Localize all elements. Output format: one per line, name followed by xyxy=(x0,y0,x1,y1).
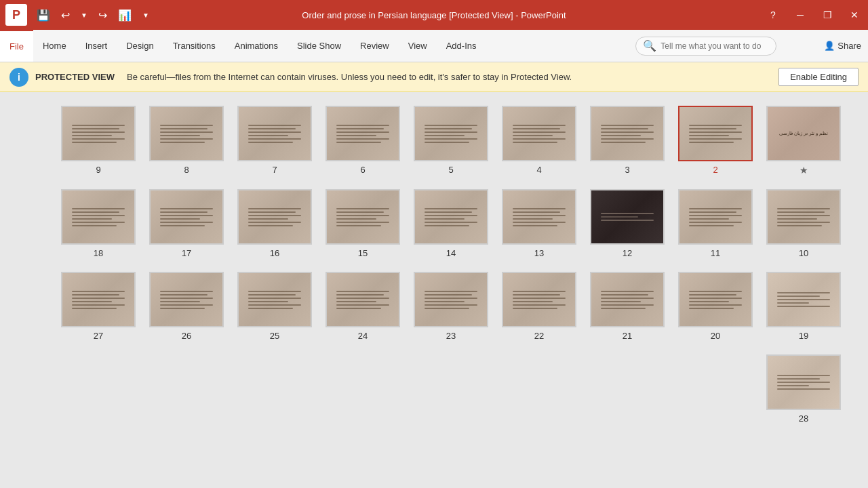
slide-thumbnail-28 xyxy=(766,354,841,410)
slide-thumbnail-2 xyxy=(678,106,753,161)
slide-thumbnail-15 xyxy=(326,189,400,245)
slide-number-21: 21 xyxy=(623,331,632,341)
slide-thumbnail-25 xyxy=(237,272,312,327)
slide-number-16: 16 xyxy=(270,248,279,258)
slide-thumbnail-9 xyxy=(61,106,136,161)
minimize-button[interactable]: ─ xyxy=(787,0,814,30)
app-icon: P xyxy=(5,4,27,26)
slide-thumbnail-18 xyxy=(61,189,136,245)
user-account[interactable]: 👤 Share xyxy=(817,30,868,62)
ribbon: File Home Insert Design Transitions Anim… xyxy=(0,30,868,62)
user-icon: 👤 xyxy=(824,41,835,51)
slide-item-11[interactable]: 11 xyxy=(678,189,753,258)
slide-item-5[interactable]: 5 xyxy=(414,106,488,176)
slide-item-24[interactable]: 24 xyxy=(326,272,400,341)
slide-thumbnail-21 xyxy=(590,272,665,327)
slides-panel: نظم و نثر در زبان فارسی★2345678910111213… xyxy=(0,92,868,488)
present-button[interactable]: 📊 xyxy=(114,6,136,24)
search-input[interactable] xyxy=(660,41,769,51)
slide-item-13[interactable]: 13 xyxy=(502,189,576,258)
slide-item-16[interactable]: 16 xyxy=(237,189,312,258)
enable-editing-button[interactable]: Enable Editing xyxy=(778,68,859,86)
slide-number-8: 8 xyxy=(184,165,189,175)
slide-number-5: 5 xyxy=(448,165,453,175)
slide-item-8[interactable]: 8 xyxy=(149,106,224,176)
slide-number-14: 14 xyxy=(446,248,456,258)
ribbon-search-box[interactable]: 🔍 xyxy=(635,37,776,56)
slide-item-2[interactable]: 2 xyxy=(678,106,753,176)
slide-number-23: 23 xyxy=(446,331,456,341)
slide-item-23[interactable]: 23 xyxy=(414,272,488,341)
slide-item-15[interactable]: 15 xyxy=(326,189,400,258)
save-button[interactable]: 💾 xyxy=(33,6,54,24)
slide-item-27[interactable]: 27 xyxy=(61,272,136,341)
slide-item-18[interactable]: 18 xyxy=(61,189,136,258)
slide-thumbnail-23 xyxy=(414,272,488,327)
tab-file[interactable]: File xyxy=(0,30,33,62)
tab-home[interactable]: Home xyxy=(33,30,76,62)
undo-button[interactable]: ↩ xyxy=(57,6,74,24)
protected-view-label: PROTECTED VIEW xyxy=(35,72,115,82)
slide-number-12: 12 xyxy=(623,248,632,258)
slide-thumbnail-3 xyxy=(590,106,665,161)
title-bar: P 💾 ↩ ▼ ↪ 📊 ▼ Order and prose in Persian… xyxy=(0,0,868,30)
slide-item-9[interactable]: 9 xyxy=(61,106,136,176)
slide-item-25[interactable]: 25 xyxy=(237,272,312,341)
slide-number-17: 17 xyxy=(182,248,191,258)
slide-item-10[interactable]: 10 xyxy=(766,189,841,258)
tab-review[interactable]: Review xyxy=(351,30,399,62)
slide-item-12[interactable]: 12 xyxy=(590,189,665,258)
slide-item-21[interactable]: 21 xyxy=(590,272,665,341)
customize-button[interactable]: ▼ xyxy=(138,9,153,22)
slide-number-2: 2 xyxy=(713,165,717,175)
slide-number-9: 9 xyxy=(96,165,100,175)
slide-item-20[interactable]: 20 xyxy=(678,272,753,341)
slide-number-27: 27 xyxy=(94,331,103,341)
slide-item-1[interactable]: نظم و نثر در زبان فارسی★ xyxy=(766,106,841,176)
slide-thumbnail-20 xyxy=(678,272,753,327)
undo-dropdown[interactable]: ▼ xyxy=(77,9,92,22)
slide-number-10: 10 xyxy=(799,248,808,258)
slide-thumbnail-26 xyxy=(149,272,224,327)
slide-thumbnail-4 xyxy=(502,106,576,161)
tab-view[interactable]: View xyxy=(399,30,437,62)
slide-number-28: 28 xyxy=(799,413,808,424)
slide-thumbnail-11 xyxy=(678,189,753,245)
help-button[interactable]: ? xyxy=(760,0,787,30)
slide-thumbnail-27 xyxy=(61,272,136,327)
slide-thumbnail-5 xyxy=(414,106,488,161)
slide-item-4[interactable]: 4 xyxy=(502,106,576,176)
restore-button[interactable]: ❐ xyxy=(814,0,841,30)
window-controls: ? ─ ❐ ✕ xyxy=(760,0,868,30)
slide-item-17[interactable]: 17 xyxy=(149,189,224,258)
slide-item-6[interactable]: 6 xyxy=(326,106,400,176)
slide-number-4: 4 xyxy=(536,165,541,175)
protected-view-bar: i PROTECTED VIEW Be careful—files from t… xyxy=(0,62,868,92)
slide-item-3[interactable]: 3 xyxy=(590,106,665,176)
star-icon: ★ xyxy=(800,165,808,176)
tab-design[interactable]: Design xyxy=(117,30,163,62)
tab-addins[interactable]: Add-Ins xyxy=(437,30,486,62)
slide-item-26[interactable]: 26 xyxy=(149,272,224,341)
close-button[interactable]: ✕ xyxy=(841,0,868,30)
slide-number-22: 22 xyxy=(534,331,544,341)
window-title: Order and prose in Persian language [Pro… xyxy=(302,10,566,20)
tab-animations[interactable]: Animations xyxy=(225,30,288,62)
tab-insert[interactable]: Insert xyxy=(76,30,117,62)
tab-slideshow[interactable]: Slide Show xyxy=(288,30,351,62)
slide-number-19: 19 xyxy=(799,331,808,341)
slide-number-11: 11 xyxy=(711,248,720,258)
slide-item-14[interactable]: 14 xyxy=(414,189,488,258)
slide-item-19[interactable]: 19 xyxy=(766,272,841,341)
slide-thumbnail-14 xyxy=(414,189,488,245)
slide-item-28[interactable]: 28 xyxy=(766,354,841,424)
redo-button[interactable]: ↪ xyxy=(94,6,111,24)
protected-view-message: Be careful—files from the Internet can c… xyxy=(127,72,772,82)
slide-item-22[interactable]: 22 xyxy=(502,272,576,341)
slide-thumbnail-7 xyxy=(237,106,312,161)
slide-thumbnail-13 xyxy=(502,189,576,245)
slide-thumbnail-1: نظم و نثر در زبان فارسی xyxy=(766,106,841,161)
tab-transitions[interactable]: Transitions xyxy=(163,30,225,62)
slide-item-7[interactable]: 7 xyxy=(237,106,312,176)
slide-number-13: 13 xyxy=(534,248,544,258)
